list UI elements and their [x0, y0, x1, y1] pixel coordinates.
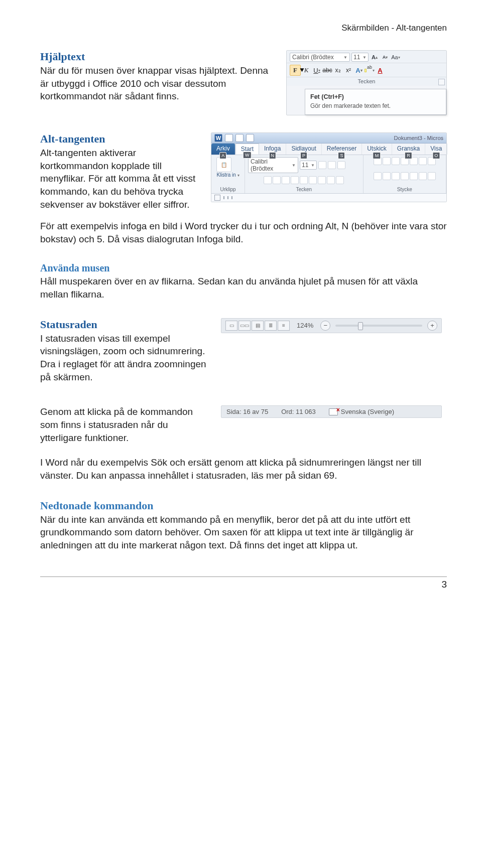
borders-button[interactable] — [428, 172, 436, 180]
dialog-launcher-icon[interactable] — [438, 79, 445, 85]
shading-button[interactable] — [419, 172, 427, 180]
ruler-tick — [227, 196, 228, 199]
numbering-button[interactable] — [383, 157, 391, 165]
paste-button[interactable]: 📋 Klistra in ▾ — [216, 157, 239, 178]
nedtonade-title: Nedtonade kommandon — [40, 499, 447, 512]
tab-visa[interactable]: Visa O — [425, 143, 447, 155]
bold-button[interactable]: F — [290, 65, 301, 76]
tab-referenser[interactable]: Referenser S — [322, 143, 362, 155]
keytip: S — [338, 152, 345, 159]
font-name-value: Calibri (Brödtex — [292, 54, 334, 61]
font-name-combo[interactable]: Calibri (Brödtex▼ — [248, 157, 298, 173]
tab-start[interactable]: Start W — [235, 143, 259, 155]
highlight-button[interactable] — [327, 176, 335, 184]
caret-icon: ▼ — [292, 163, 296, 168]
font-color-button[interactable]: A — [375, 65, 385, 75]
ab-label: ab — [367, 65, 372, 70]
font-size-combo[interactable]: 11 ▼ — [351, 53, 369, 62]
ruler-tick — [223, 196, 224, 199]
document-title: Dokument3 - Micros — [394, 135, 443, 141]
font-size-combo[interactable]: 11▼ — [300, 161, 317, 170]
ruler[interactable] — [211, 193, 446, 202]
print-layout-view-button[interactable]: ▭ — [225, 321, 237, 331]
highlight-button[interactable]: ab▾ — [365, 65, 375, 75]
align-left-button[interactable] — [374, 172, 382, 180]
tab-utskick[interactable]: Utskick M — [362, 143, 392, 155]
strikethrough-button[interactable]: abc — [322, 65, 332, 75]
italic-icon: K — [304, 66, 309, 74]
bold-icon: F — [293, 66, 297, 74]
underline-button[interactable] — [282, 176, 290, 184]
page-footer: 3 — [40, 576, 447, 590]
underline-button[interactable]: U▾ — [312, 65, 322, 75]
text-effects-button[interactable] — [318, 176, 326, 184]
tab-infoga[interactable]: Infoga N — [259, 143, 286, 155]
page-indicator[interactable]: Sida: 16 av 75 — [226, 408, 268, 415]
strikethrough-button[interactable] — [291, 176, 299, 184]
alt-body-2: För att exempelvis infoga en bild i Word… — [40, 220, 447, 245]
subscript-button[interactable] — [300, 176, 308, 184]
subscript-button[interactable]: x₂ — [333, 65, 343, 75]
align-right-button[interactable] — [392, 172, 400, 180]
font-name-combo[interactable]: Calibri (Brödtex ▼ — [290, 53, 350, 62]
font-color-icon: A — [378, 67, 382, 74]
draft-view-button[interactable]: ≡ — [278, 321, 290, 331]
shrink-font-button[interactable] — [328, 161, 336, 169]
change-case-button[interactable]: Aa▾ — [391, 53, 400, 62]
grow-font-button[interactable]: A▴ — [370, 53, 379, 62]
paste-label: Klistra in — [216, 172, 235, 178]
web-layout-view-button[interactable]: ▤ — [252, 321, 264, 331]
font-color-button[interactable] — [336, 176, 344, 184]
text-effects-button[interactable]: A▾ — [354, 65, 364, 75]
proofing-language[interactable]: Svenska (Sverige) — [329, 408, 394, 415]
tab-sidlayout[interactable]: Sidlayout P — [286, 143, 321, 155]
line-spacing-button[interactable] — [410, 172, 418, 180]
change-case-button[interactable] — [337, 161, 345, 169]
group-tecken: Calibri (Brödtex▼ 11▼ — [245, 155, 364, 193]
tooltip: Fet (Ctrl+F) Gör den markerade texten fe… — [305, 89, 446, 115]
musen-title: Använda musen — [40, 262, 447, 274]
zoom-slider[interactable] — [335, 325, 422, 327]
sort-button[interactable] — [419, 157, 427, 165]
caret-down-icon: ▾ — [318, 68, 320, 73]
font-buttons-row — [248, 176, 360, 184]
keytip: M — [373, 152, 381, 159]
italic-button[interactable] — [273, 176, 281, 184]
nedtonade-body: När du inte kan använda ett kommando på … — [40, 513, 447, 552]
keytip: R — [405, 152, 412, 159]
align-center-button[interactable] — [383, 172, 391, 180]
tooltip-body: Gör den markerade texten fet. — [310, 102, 441, 109]
zoom-out-button[interactable]: − — [320, 321, 330, 331]
undo-icon[interactable] — [235, 134, 244, 142]
figure-ribbon-keytips: W Dokument3 - Micros Arkiv A Start W — [211, 132, 447, 202]
shrink-font-button[interactable]: A▾ — [381, 53, 390, 62]
word-icon[interactable]: W — [214, 134, 222, 142]
clipboard-icon: 📋 — [216, 157, 231, 172]
status-title: Statusraden — [40, 318, 211, 331]
superscript-button[interactable] — [309, 176, 317, 184]
ribbon-tabs: Arkiv A Start W Infoga N Sidlayout P — [211, 143, 446, 155]
tooltip-title: Fet (Ctrl+F) — [310, 93, 441, 100]
zoom-percent[interactable]: 124% — [295, 322, 315, 329]
bold-button[interactable] — [264, 176, 272, 184]
musen-body: Håll muspekaren över en av flikarna. Sed… — [40, 275, 447, 301]
slider-thumb-icon[interactable] — [358, 322, 363, 330]
tab-arkiv[interactable]: Arkiv A — [211, 143, 235, 155]
word-count[interactable]: Ord: 11 063 — [281, 408, 316, 415]
hjalptext-body: När du för musen över knappar visas hjäl… — [40, 64, 276, 103]
outline-view-button[interactable]: ≣ — [265, 321, 277, 331]
proofing-error-icon — [329, 408, 338, 415]
multilevel-button[interactable] — [392, 157, 400, 165]
tab-granska[interactable]: Granska R — [392, 143, 425, 155]
superscript-button[interactable]: x² — [343, 65, 353, 75]
fullscreen-reading-view-button[interactable]: ▭▭ — [238, 321, 251, 331]
justify-button[interactable] — [401, 172, 409, 180]
status-body-2: Genom att klicka på de kommandon som fin… — [40, 405, 211, 444]
save-icon[interactable] — [225, 134, 233, 142]
status-body-3: I Word når du exempelvis Sök och ersätt … — [40, 456, 447, 482]
italic-button[interactable]: K — [301, 65, 311, 75]
caret-down-icon: ▾ — [237, 173, 239, 178]
zoom-in-button[interactable]: + — [427, 321, 437, 331]
redo-icon[interactable] — [246, 134, 254, 142]
grow-font-button[interactable] — [318, 161, 326, 169]
